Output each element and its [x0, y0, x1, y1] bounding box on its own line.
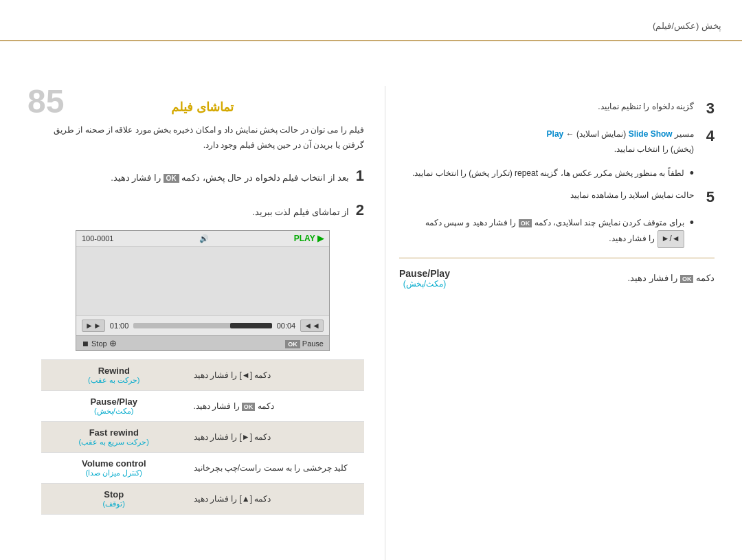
- bullet-1-text: لطفاً به منظور پخش مکرر عکس ها، گزینه re…: [412, 166, 684, 181]
- volume-name-fa: (کنترل میزان صدا): [86, 469, 142, 478]
- bullet-dot-1: •: [690, 166, 694, 181]
- rewind-btn[interactable]: ◄◄: [300, 320, 324, 332]
- player-controls: ◄◄ 00:04 01:00 ►►: [76, 315, 329, 335]
- feature-row-volume: کلید چرخشی را به سمت راست/چپ بچرخانید Vo…: [41, 453, 364, 484]
- volume-name: Volume control (کنترل میزان صدا): [41, 453, 187, 483]
- pause-play-name: Pause/Play (مکث/پخش): [41, 391, 187, 421]
- pause-play-fa: (مکث/پخش): [399, 279, 450, 289]
- progress-bar[interactable]: [133, 323, 271, 328]
- speaker-icon: 🔊: [199, 234, 209, 243]
- repeat-label: repeat: [515, 168, 538, 178]
- feature-row-pause-play: دکمه OK را فشار دهید. Pause/Play (مکث/پخ…: [41, 391, 364, 422]
- step-3-number: 3: [701, 100, 715, 117]
- right-section: 3 گزینه دلخواه را تنظیم نمایید. 4 مسیر S…: [385, 86, 742, 560]
- stop-label: دکمه [▲] را فشار دهید: [187, 484, 365, 514]
- main-content: تماشای فیلم فیلم را می توان در حالت پخش …: [0, 86, 742, 560]
- page: پخش (عکس/فیلم) 85 تماشای فیلم فیلم را می…: [0, 0, 742, 560]
- play-label: Play: [547, 129, 564, 139]
- feature-row-stop: دکمه [▲] را فشار دهید Stop (توقف): [41, 484, 364, 515]
- player-body: [76, 247, 329, 315]
- stop-name-fa: (توقف): [103, 500, 125, 508]
- volume-label: کلید چرخشی را به سمت راست/چپ بچرخانید: [187, 453, 365, 483]
- intro-text: فیلم را می توان در حالت پخش نمایش داد و …: [41, 123, 364, 153]
- feature-table: دکمه [◄] را فشار دهید Rewind (حرکت به عق…: [41, 359, 364, 515]
- current-time: 00:04: [277, 322, 296, 330]
- file-id: 100-0001: [82, 234, 114, 243]
- stop-btn[interactable]: ⊕ Stop ⏹: [82, 338, 117, 348]
- pause-play-name-fa: (مکث/پخش): [94, 407, 133, 416]
- step-4-number: 4: [701, 127, 715, 145]
- bullet-dot-2: •: [690, 216, 694, 230]
- bullet-2: • برای متوقف کردن نمایش چند اسلایدی، دکم…: [399, 216, 694, 248]
- top-divider: [0, 40, 742, 41]
- right-divider: [399, 258, 715, 258]
- rewind-label: دکمه [◄] را فشار دهید: [187, 360, 365, 390]
- feature-row-fast-rewind: دکمه [►] را فشار دهید Fast rewind (حرکت …: [41, 422, 364, 453]
- fast-rewind-name: Fast rewind (حرکت سریع به عقب): [41, 422, 187, 452]
- pause-label: Pause: [302, 339, 324, 348]
- step-2: 2 از تماشای فیلم لذت ببرید.: [41, 197, 364, 224]
- pause-btn[interactable]: OK Pause: [285, 339, 324, 348]
- pause-play-en: Pause/Play: [399, 268, 450, 279]
- step-3-text: گزینه دلخواه را تنظیم نمایید.: [598, 100, 694, 115]
- step-3: 3 گزینه دلخواه را تنظیم نمایید.: [399, 100, 715, 117]
- nav-arrows: ◄/►: [657, 230, 684, 248]
- step-5-number: 5: [701, 188, 715, 206]
- left-section: تماشای فیلم فیلم را می توان در حالت پخش …: [0, 86, 385, 560]
- play-icon: ▶ PLAY: [294, 234, 324, 243]
- fast-rewind-name-fa: (حرکت سریع به عقب): [79, 438, 150, 447]
- video-player: ▶ PLAY 🔊 100-0001 ◄◄ 00:04 01:00 ►►: [76, 230, 330, 351]
- fast-rewind-name-en: Fast rewind: [89, 427, 139, 438]
- step-2-number: 2: [356, 201, 364, 219]
- forward-btn[interactable]: ►►: [82, 320, 105, 332]
- player-top-bar: ▶ PLAY 🔊 100-0001: [76, 231, 329, 247]
- header-title: پخش (عکس/فیلم): [653, 21, 721, 31]
- step-5: 5 حالت نمایش اسلاید را مشاهده نمایید: [399, 188, 715, 206]
- volume-name-en: Volume control: [82, 458, 146, 469]
- rewind-name: Rewind (حرکت به عقب): [41, 360, 187, 390]
- arrow-icon: ←: [566, 129, 574, 139]
- pause-play-name-en: Pause/Play: [90, 396, 137, 407]
- stop-label: Stop: [91, 339, 107, 348]
- step-1: 1 بعد از انتخاب فیلم دلخواه در حال پخش، …: [41, 162, 364, 190]
- page-header: پخش (عکس/فیلم): [653, 21, 721, 31]
- feature-row-rewind: دکمه [◄] را فشار دهید Rewind (حرکت به عق…: [41, 359, 364, 391]
- step-2-text: از تماشای فیلم لذت ببرید.: [252, 207, 349, 217]
- player-bottom-bar: OK Pause ⊕ Stop ⏹: [76, 335, 329, 350]
- step-1-text: بعد از انتخاب فیلم دلخواه در حال پخش، دک…: [111, 172, 349, 183]
- step-4-text: مسیر Slide Show (نمایش اسلاید) ← Play (پ…: [547, 127, 694, 157]
- slide-show-label: Slide Show: [629, 129, 673, 139]
- progress-fill: [230, 323, 271, 328]
- pause-play-box: دکمه OK را فشار دهید. Pause/Play (مکث/پخ…: [399, 268, 715, 289]
- rewind-name-en: Rewind: [98, 366, 130, 376]
- stop-name-en: Stop: [104, 489, 124, 500]
- bullet-2-text: برای متوقف کردن نمایش چند اسلایدی، دکمه …: [399, 216, 684, 248]
- stop-name: Stop (توقف): [41, 484, 187, 514]
- pause-play-box-title: Pause/Play (مکث/پخش): [399, 268, 450, 289]
- bullet-1: • لطفاً به منظور پخش مکرر عکس ها، گزینه …: [399, 166, 694, 181]
- section-title: تماشای فیلم: [41, 100, 364, 115]
- step-4: 4 مسیر Slide Show (نمایش اسلاید) ← Play …: [399, 127, 715, 157]
- pause-play-box-desc: دکمه OK را فشار دهید.: [627, 273, 715, 283]
- stop-icon: ⏹: [82, 339, 89, 348]
- rewind-name-fa: (حرکت به عقب): [88, 376, 139, 385]
- total-time: 01:00: [110, 322, 129, 330]
- fast-rewind-label: دکمه [►] را فشار دهید: [187, 422, 365, 452]
- step-1-number: 1: [356, 167, 364, 184]
- pause-play-label: دکمه OK را فشار دهید.: [187, 391, 365, 421]
- step-5-text: حالت نمایش اسلاید را مشاهده نمایید: [570, 188, 694, 203]
